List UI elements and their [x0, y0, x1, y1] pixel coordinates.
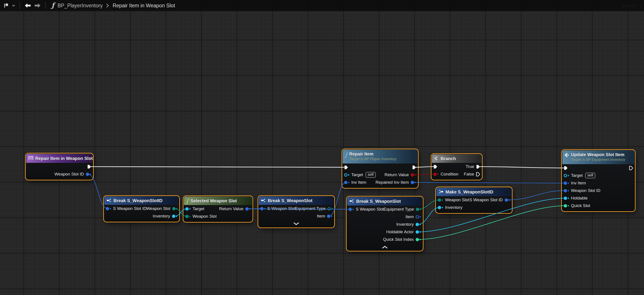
- pin-break-s-weaponslot-1-s-weapon-slot-in[interactable]: [260, 206, 266, 211]
- node-make-s-weaponslotid[interactable]: Make S_WeaponSlotIDWeapon SlotS Weapon S…: [436, 188, 512, 212]
- diamond-icon: [564, 153, 569, 158]
- pin-row: Weapon Slot ID: [562, 187, 634, 194]
- node-selected-weapon-slot[interactable]: ƒSelected Weapon SlotTargetReturn ValueW…: [184, 196, 252, 222]
- pin-repair-item-inv-item-in[interactable]: [344, 180, 350, 184]
- pin-break-s-weaponslot-1-item-out[interactable]: [327, 214, 333, 218]
- pin-branch-true-out[interactable]: [476, 164, 480, 169]
- pin-label: Inventory: [396, 222, 414, 227]
- node-header: Break S_WeaponSlot: [347, 197, 422, 206]
- forward-button[interactable]: [34, 2, 41, 9]
- self-default-value[interactable]: self: [366, 172, 376, 178]
- pin-label: Weapon Slot: [445, 198, 469, 202]
- pin-repair-item-exec-in[interactable]: [344, 165, 348, 170]
- back-button[interactable]: [24, 2, 32, 9]
- pin-break-s-weaponslot-2-equipment-type-out[interactable]: [416, 207, 422, 212]
- pin-label: Quick Slot Index: [383, 237, 414, 242]
- pin-row: [26, 163, 92, 170]
- pin-break-s-weaponslotid-s-weapon-slot-id-in[interactable]: [106, 206, 112, 211]
- pin-row: Inv ItemRepaired Inv Item: [343, 178, 418, 186]
- pin-label: Repaired Inv Item: [376, 180, 409, 185]
- node-expand-toggle[interactable]: [259, 221, 334, 227]
- pin-label: Weapon Slot: [192, 214, 216, 219]
- breadcrumb-root[interactable]: BP_PlayerInventory: [58, 3, 102, 9]
- pin-label: Weapon Slot ID: [54, 172, 84, 176]
- pin-label: Inv Item: [571, 180, 586, 186]
- node-repair-item-in-weapon-slot[interactable]: Repair Item in Weapon SlotWeapon Slot ID: [26, 154, 92, 179]
- bookmark-dropdown-button[interactable]: [12, 4, 16, 7]
- pin-row: TargetReturn Value: [184, 205, 252, 212]
- pin-label: S Weapon Slot ID: [113, 206, 146, 211]
- pin-update-weapon-slot-item-quick-slot-in[interactable]: [564, 204, 570, 208]
- pin-label: Item: [317, 214, 325, 218]
- node-title: Selected Weapon Slot: [190, 198, 237, 204]
- pin-make-s-weaponslotid-s-weapon-slot-id-out[interactable]: [504, 198, 510, 202]
- wire-repair-item-in-weapon-slot-exec-to-repair-item-exec: [88, 166, 346, 167]
- pin-row: Quick Slot Index: [347, 236, 422, 243]
- pin-update-weapon-slot-item-holdable-in[interactable]: [564, 196, 570, 200]
- pin-branch-condition-in[interactable]: [433, 172, 439, 176]
- pin-label: Quick Slot: [571, 203, 590, 208]
- node-branch[interactable]: BranchTrueConditionFalse: [432, 154, 482, 179]
- bookmark-button[interactable]: [3, 2, 9, 9]
- pin-row: Inventory: [104, 212, 179, 220]
- pin-repair-item-in-weapon-slot-weapon-slot-id-out[interactable]: [86, 172, 92, 176]
- pin-update-weapon-slot-item-exec-in[interactable]: [564, 166, 568, 170]
- pin-row: S Weapon SlotEquipment Type: [259, 205, 334, 212]
- branch-icon: [434, 156, 438, 161]
- node-expand-toggle[interactable]: [347, 244, 422, 250]
- fn-blue-icon: ƒ: [345, 152, 347, 158]
- pin-repair-item-exec-out[interactable]: [412, 165, 416, 170]
- blueprint-graph-canvas[interactable]: Repair Item in Weapon SlotWeapon Slot ID…: [0, 0, 644, 295]
- pin-make-s-weaponslotid-inventory-in[interactable]: [438, 206, 444, 210]
- wire-layer: [0, 0, 644, 295]
- pin-break-s-weaponslotid-inventory-out[interactable]: [172, 214, 178, 218]
- pin-break-s-weaponslot-2-s-weapon-slot-in[interactable]: [348, 207, 354, 212]
- pin-label: S Weapon Slot: [356, 207, 384, 212]
- pin-row: Item: [259, 212, 334, 220]
- pin-update-weapon-slot-item-exec-out[interactable]: [629, 166, 633, 170]
- pin-selected-weapon-slot-weapon-slot-in[interactable]: [185, 214, 191, 218]
- pin-break-s-weaponslot-2-inventory-out[interactable]: [415, 222, 421, 226]
- node-break-s-weaponslot-1[interactable]: Break S_WeaponSlotS Weapon SlotEquipment…: [259, 196, 334, 227]
- pin-label: True: [466, 164, 474, 169]
- self-default-value[interactable]: self: [585, 172, 595, 178]
- breadcrumb-current[interactable]: Repair Item in Weapon Slot: [112, 3, 175, 9]
- pin-break-s-weaponslotid-weapon-slot-out[interactable]: [172, 206, 178, 211]
- wire-repair-item-repaired-inv-item-to-update-weapon-slot-item-inv-item: [413, 182, 566, 183]
- pin-label: Return Value: [384, 172, 409, 177]
- pin-label: Equipment Type: [384, 207, 414, 212]
- pin-update-weapon-slot-item-target-in[interactable]: [564, 174, 570, 178]
- pin-repair-item-repaired-inv-item-out[interactable]: [410, 180, 416, 184]
- toolbar-separator: [20, 2, 20, 9]
- pin-selected-weapon-slot-return-value-out[interactable]: [245, 207, 251, 211]
- pin-repair-item-in-weapon-slot-exec-out[interactable]: [87, 164, 92, 169]
- function-icon: ƒ: [52, 1, 54, 9]
- pin-update-weapon-slot-item-weapon-slot-id-in[interactable]: [564, 188, 570, 193]
- node-title: Update Weapon Slot Item: [571, 152, 625, 157]
- breadcrumb-separator-icon: [106, 3, 109, 8]
- pin-repair-item-target-in[interactable]: [344, 173, 350, 177]
- pin-break-s-weaponslot-2-item-out[interactable]: [415, 215, 421, 219]
- pin-break-s-weaponslot-2-quick-slot-index-out[interactable]: [415, 238, 421, 242]
- pin-branch-exec-in[interactable]: [433, 164, 438, 169]
- node-subtitle: Target is BP Equipment Inventory: [571, 158, 625, 162]
- pin-branch-false-out[interactable]: [476, 172, 480, 176]
- break-icon: [349, 199, 354, 204]
- pin-repair-item-return-value-out[interactable]: [410, 173, 416, 177]
- pin-row: Inventory: [436, 204, 512, 211]
- node-break-s-weaponslot-2[interactable]: Break S_WeaponSlotS Weapon SlotEquipment…: [347, 197, 422, 250]
- pin-row: Item: [347, 213, 422, 220]
- pin-make-s-weaponslotid-weapon-slot-in[interactable]: [438, 198, 444, 202]
- arrow-right-icon: [34, 3, 41, 8]
- pin-label: Target: [192, 206, 204, 211]
- pin-break-s-weaponslot-1-equipment-type-out[interactable]: [327, 206, 333, 211]
- node-break-s-weaponslotid[interactable]: Break S_WeaponSlotIDS Weapon Slot IDWeap…: [104, 196, 179, 221]
- node-title: Make S_WeaponSlotID: [446, 190, 493, 194]
- pin-update-weapon-slot-item-inv-item-in[interactable]: [564, 181, 570, 185]
- pin-row: Quick Slot: [562, 202, 634, 210]
- node-repair-item[interactable]: ƒRepair ItemTarget is BP Player Inventor…: [343, 150, 418, 188]
- pin-break-s-weaponslot-2-holdable-actor-out[interactable]: [415, 230, 421, 234]
- pin-selected-weapon-slot-target-in[interactable]: [185, 207, 191, 211]
- pin-row: ConditionFalse: [432, 170, 482, 178]
- node-update-weapon-slot-item[interactable]: Update Weapon Slot ItemTarget is BP Equi…: [562, 150, 634, 211]
